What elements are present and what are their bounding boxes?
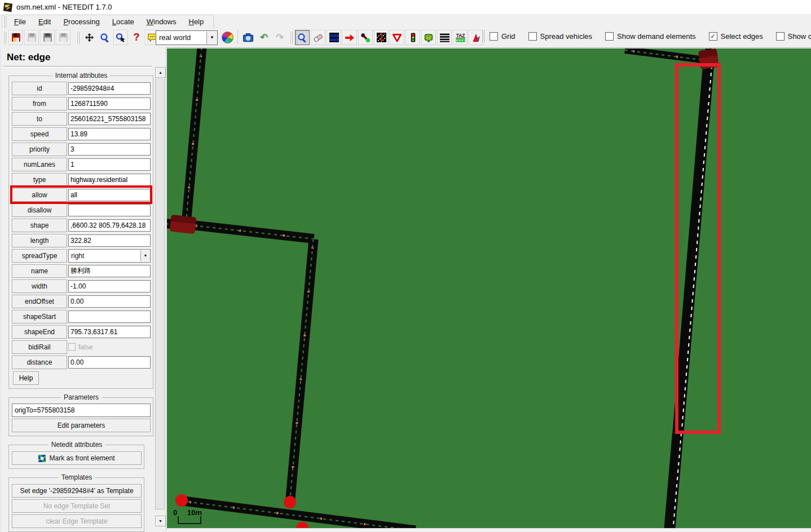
attr-input-priority[interactable]	[68, 143, 151, 156]
selected-road-edge-lower[interactable]	[664, 432, 684, 528]
checkbox-icon[interactable]	[605, 32, 614, 41]
menu-grip[interactable]	[3, 16, 6, 28]
attr-input-width[interactable]	[68, 280, 151, 292]
attr-input-length[interactable]	[68, 234, 151, 247]
road-edge-mid-vertical[interactable]	[285, 239, 319, 503]
redo-button[interactable]: ↷	[272, 30, 287, 45]
move-view-button[interactable]	[82, 30, 96, 45]
attr-key-priority[interactable]: priority	[12, 143, 67, 156]
select-mode-button[interactable]	[327, 30, 341, 45]
attr-key-id[interactable]: id	[12, 82, 67, 95]
attr-key-endOffset[interactable]: endOffset	[12, 295, 67, 308]
zoom-selection-button[interactable]	[113, 30, 128, 45]
undo-button[interactable]: ↶	[257, 30, 271, 45]
attr-key-numLanes[interactable]: numLanes	[12, 158, 67, 171]
toolbar-check-select-edges[interactable]: ✓ Select edges	[709, 32, 763, 41]
connection-mode-button[interactable]	[358, 30, 373, 45]
zoom-button[interactable]	[98, 30, 112, 45]
toolbar-grip[interactable]	[3, 32, 6, 44]
road-edge-top-left[interactable]	[182, 48, 207, 224]
save-additionals-button[interactable]	[24, 30, 39, 45]
toolbar-check-spread-vehicles[interactable]: Spread vehicles	[528, 32, 593, 41]
junction-bubble-left[interactable]	[175, 494, 188, 507]
attr-key-shape[interactable]: shape	[12, 219, 67, 232]
attr-key-to[interactable]: to	[12, 112, 67, 126]
panel-scrollbar[interactable]: ▲ ▼	[155, 67, 165, 532]
taz-mode-button[interactable]: TAZ	[453, 30, 468, 45]
scrollbar-thumb[interactable]	[155, 77, 165, 509]
network-canvas[interactable]: 0 10m	[167, 48, 811, 528]
prohibition-mode-button[interactable]	[390, 30, 404, 45]
junction-bubble-bottom[interactable]	[296, 522, 308, 528]
mark-front-element-button[interactable]: Mark as front element	[12, 451, 142, 465]
save-network-button[interactable]	[8, 30, 23, 45]
road-edge-horizontal[interactable]	[187, 220, 314, 243]
inspect-mode-button[interactable]	[295, 30, 310, 45]
checkbox-icon[interactable]	[528, 32, 537, 41]
menu-file[interactable]: File	[8, 16, 32, 28]
junction-left[interactable]	[170, 215, 197, 234]
attr-input-distance[interactable]	[68, 356, 151, 369]
road-edge-top-right-diagonal[interactable]	[624, 48, 706, 64]
attr-input-shapeStart[interactable]	[68, 311, 151, 323]
menu-locate[interactable]: Locate	[106, 16, 140, 28]
attr-input-disallow[interactable]	[68, 204, 151, 216]
attr-key-shapeStart[interactable]: shapeStart	[12, 310, 67, 323]
scroll-up-button[interactable]: ▲	[155, 67, 166, 78]
save-data-button[interactable]	[56, 30, 70, 45]
additional-mode-button[interactable]: H	[421, 30, 436, 45]
shape-mode-button[interactable]	[437, 30, 452, 45]
move-mode-button[interactable]	[342, 30, 357, 45]
attr-input-numLanes[interactable]	[68, 158, 151, 171]
menu-help[interactable]: Help	[182, 16, 210, 28]
edit-parameters-button[interactable]: Edit parameters	[12, 419, 151, 432]
menu-edit[interactable]: Edit	[32, 16, 57, 28]
attr-input-allow[interactable]	[68, 189, 151, 201]
toolbar-grip[interactable]	[290, 32, 293, 44]
clear-template-button[interactable]: clear Edge Template	[12, 515, 142, 528]
attr-key-disallow[interactable]: disallow	[12, 203, 67, 217]
toolbar-grip[interactable]	[77, 32, 80, 44]
toolbar-check-show-demand-elements[interactable]: Show demand elements	[605, 32, 695, 41]
attr-key-spreadType[interactable]: spreadType	[12, 249, 67, 263]
help-button-panel[interactable]: Help	[13, 371, 39, 385]
crossing-mode-button[interactable]	[374, 30, 389, 45]
toolbar-check-show-conne[interactable]: Show conne	[776, 32, 811, 41]
attr-key-name[interactable]: name	[12, 264, 67, 278]
attr-key-speed[interactable]: speed	[12, 127, 67, 141]
attr-input-id[interactable]	[68, 82, 151, 95]
attr-key-from[interactable]: from	[12, 97, 67, 110]
attr-checkbox-bidiRail[interactable]	[68, 343, 76, 351]
chevron-down-icon[interactable]: ▼	[140, 250, 150, 261]
no-template-button[interactable]: No edge Template Set	[12, 499, 142, 513]
view-scheme-combobox[interactable]: real world ▼	[156, 30, 218, 45]
junction-bubble-mid[interactable]	[284, 496, 296, 508]
toolbar-grip[interactable]	[482, 30, 484, 42]
attr-key-width[interactable]: width	[12, 280, 67, 293]
menu-windows[interactable]: Windows	[140, 16, 183, 28]
set-template-button[interactable]: Set edge '-298592948#4' as Template	[12, 484, 142, 498]
attr-input-to[interactable]	[68, 113, 151, 125]
attr-input-from[interactable]	[68, 97, 151, 110]
attr-key-bidiRail[interactable]: bidiRail	[12, 340, 67, 354]
scroll-down-button[interactable]: ▼	[155, 516, 166, 526]
attr-key-shapeEnd[interactable]: shapeEnd	[12, 325, 67, 339]
attr-input-type[interactable]	[68, 174, 151, 186]
help-button[interactable]: ?	[129, 30, 144, 45]
checkbox-icon[interactable]	[776, 32, 784, 41]
attr-key-allow[interactable]: allow	[12, 188, 67, 202]
attr-input-shape[interactable]	[68, 219, 151, 232]
parameters-input[interactable]	[12, 404, 151, 417]
edit-coloring-button[interactable]	[220, 30, 235, 45]
attr-key-type[interactable]: type	[12, 173, 67, 187]
checkbox-icon[interactable]	[490, 32, 498, 41]
attr-select-spreadType[interactable]: right▼	[68, 249, 151, 263]
toolbar-check-grid[interactable]: Grid	[490, 32, 515, 41]
attr-key-length[interactable]: length	[12, 234, 67, 247]
traffic-light-mode-button[interactable]	[406, 30, 420, 45]
delete-mode-button[interactable]	[311, 30, 325, 45]
attr-key-distance[interactable]: distance	[12, 356, 67, 369]
checkbox-icon[interactable]: ✓	[709, 32, 717, 41]
snapshot-button[interactable]	[241, 30, 255, 45]
attr-input-shapeEnd[interactable]	[68, 326, 151, 338]
